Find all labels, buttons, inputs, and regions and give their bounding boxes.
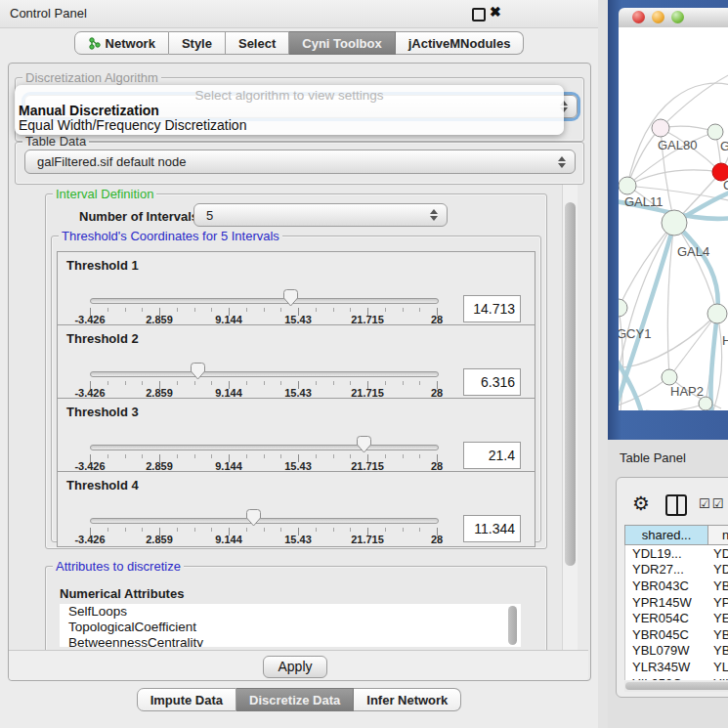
slider-tick: [125, 528, 126, 532]
close-traffic-light-icon[interactable]: [632, 11, 645, 23]
popup-item-manual-discretization[interactable]: Manual Discretization: [19, 103, 159, 118]
network-node-label: GAL4: [677, 244, 709, 259]
threshold-value-field[interactable]: 6.316: [463, 368, 521, 396]
network-node-gal11[interactable]: [619, 177, 636, 194]
tab-cyni-toolbox[interactable]: Cyni Toolbox: [289, 31, 395, 55]
table-horizontal-scrollbar-thumb[interactable]: [625, 682, 728, 690]
slider-tick: [264, 528, 265, 532]
attribute-list-item[interactable]: SelfLoops: [60, 604, 521, 620]
attribute-list-scrollbar[interactable]: [508, 606, 517, 645]
gear-icon[interactable]: ⚙: [632, 493, 650, 513]
slider-track[interactable]: [90, 518, 439, 524]
threshold-label: Threshold 4: [66, 478, 139, 492]
attribute-list-item[interactable]: TopologicalCoefficient: [60, 620, 521, 635]
slider-scale-label: 2.859: [134, 534, 185, 545]
close-icon[interactable]: ✖: [490, 4, 501, 20]
slider-tick: [333, 454, 334, 458]
table-row[interactable]: YDR27...YDR2: [625, 562, 728, 578]
table-row[interactable]: YDL19...YDL1: [625, 545, 728, 562]
network-node-gcy1[interactable]: [619, 299, 627, 317]
slider-tick: [125, 381, 126, 385]
slider-tick: [125, 454, 126, 458]
network-edge[interactable]: [627, 170, 721, 186]
numerical-attributes-label: Numerical Attributes: [60, 586, 184, 601]
network-node-h[interactable]: [707, 304, 727, 323]
slider-tick: [419, 528, 420, 532]
slider-thumb[interactable]: [282, 289, 299, 312]
slider-tick: [177, 381, 178, 385]
slider-thumb[interactable]: [356, 436, 372, 458]
panel-scrollbar[interactable]: [562, 185, 578, 651]
top-tab-bar: NetworkStyleSelectCyni ToolboxjActiveMNo…: [0, 31, 598, 57]
threshold-label: Threshold 1: [66, 258, 139, 273]
table-row[interactable]: YBR043CYBR0: [625, 578, 728, 594]
tab-discretize-data[interactable]: Discretize Data: [236, 688, 354, 711]
network-node[interactable]: [699, 397, 712, 410]
cell-name: YIL0: [707, 676, 728, 680]
numerical-attributes-list[interactable]: SelfLoopsTopologicalCoefficientBetweenne…: [60, 604, 521, 647]
table-row[interactable]: YER054CYER0: [625, 610, 728, 626]
network-node-label: GAL11: [624, 194, 664, 209]
slider-scale-label: 21.715: [342, 534, 393, 545]
table-row[interactable]: YBR045CYBR0: [625, 626, 728, 643]
checkbox-columns-icon[interactable]: ☑☑: [699, 496, 725, 511]
tab-impute-data[interactable]: Impute Data: [137, 688, 236, 711]
column-header-name[interactable]: n: [708, 526, 728, 544]
slider-tick: [246, 308, 247, 312]
cell-shared-name: YIL052C: [625, 676, 707, 680]
tab-jactivemnodules[interactable]: jActiveMNodules: [396, 31, 525, 55]
tab-select[interactable]: Select: [226, 31, 289, 55]
algorithm-dropdown-popup: Select algorithm to view settings Manual…: [15, 85, 564, 135]
zoom-traffic-light-icon[interactable]: [671, 11, 684, 23]
slider-thumb[interactable]: [190, 363, 206, 385]
tab-infer-network[interactable]: Infer Network: [354, 688, 461, 711]
network-window-titlebar[interactable]: [619, 8, 728, 28]
apply-button[interactable]: Apply: [263, 656, 327, 678]
network-canvas[interactable]: GAL80GCGAL11GAL4GCY1HHAP2: [619, 27, 728, 410]
network-edge[interactable]: [646, 404, 706, 410]
slider-tick: [125, 308, 126, 312]
control-panel-titlebar: Control Panel ✖: [0, 0, 598, 28]
attribute-list-item[interactable]: BetweennessCentrality: [60, 635, 521, 647]
slider-tick: [194, 528, 195, 532]
table-row[interactable]: YLR345WYLR3: [625, 659, 728, 675]
cell-name: YER0: [707, 611, 728, 625]
float-window-icon[interactable]: [472, 8, 486, 21]
slider-track[interactable]: [90, 371, 439, 377]
network-node-gal80[interactable]: [652, 119, 669, 137]
slider-thumb[interactable]: [245, 509, 262, 532]
network-node-g[interactable]: [707, 124, 723, 140]
slider-track[interactable]: [90, 445, 439, 450]
number-of-intervals-combobox[interactable]: 5: [193, 203, 448, 227]
slider-tick: [177, 454, 178, 458]
slider-tick: [107, 528, 108, 532]
table-row[interactable]: YPR145WYPR1: [625, 594, 728, 611]
network-node-label: GAL80: [658, 138, 697, 152]
slider-tick: [419, 308, 420, 312]
threshold-value-field[interactable]: 11.344: [463, 515, 521, 542]
column-header-shared-name[interactable]: shared...: [625, 526, 708, 544]
slider-tick: [211, 308, 212, 312]
network-node-hap2[interactable]: [662, 369, 677, 385]
cell-name: YBR0: [707, 578, 728, 593]
tab-network[interactable]: Network: [74, 31, 169, 55]
table-row[interactable]: YIL052CYIL0: [625, 675, 728, 680]
threshold-value-field[interactable]: 21.4: [463, 442, 521, 469]
slider-tick: [264, 308, 265, 312]
cell-name: YPR1: [707, 595, 728, 610]
threshold-value-field[interactable]: 14.713: [463, 295, 521, 322]
attributes-group-label: Attributes to discretize: [53, 559, 184, 574]
slider-track[interactable]: [90, 298, 439, 304]
minimize-traffic-light-icon[interactable]: [652, 11, 664, 23]
tab-style[interactable]: Style: [169, 31, 226, 55]
split-columns-icon[interactable]: [665, 494, 687, 516]
network-node-label: HAP2: [670, 384, 704, 399]
network-node-gal4[interactable]: [662, 210, 687, 236]
popup-item-equal-width[interactable]: Equal Width/Frequency Discretization: [19, 117, 246, 133]
table-data-label: Table Data: [22, 134, 89, 149]
table-row[interactable]: YBL079WYBL0: [625, 643, 728, 660]
table-data-combobox[interactable]: galFiltered.sif default node: [24, 150, 576, 174]
table-horizontal-scrollbar[interactable]: [624, 681, 728, 692]
panel-scrollbar-thumb[interactable]: [565, 202, 576, 566]
slider-tick: [419, 381, 420, 385]
